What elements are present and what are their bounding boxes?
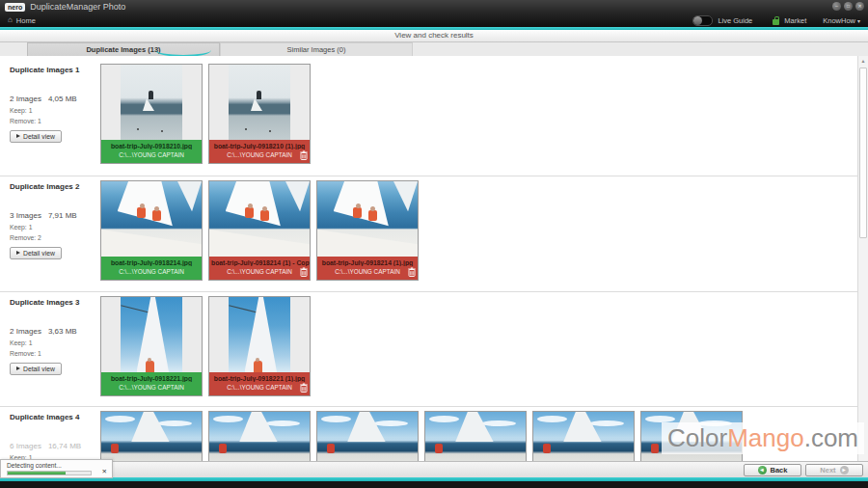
- home-link[interactable]: Home: [16, 16, 36, 25]
- photo-filename: boat-trip-July-0918214 (1).jpg: [317, 259, 418, 266]
- detail-view-label: Detail view: [23, 250, 55, 257]
- thumbnail-label: boat-trip-July-0918221 (1).jpgC:\...\YOU…: [209, 372, 310, 395]
- thumbnail-image: [425, 412, 526, 461]
- thumbnail-image: [317, 412, 418, 461]
- thumbnail-image: [317, 181, 418, 257]
- trash-icon[interactable]: [300, 383, 308, 393]
- thumbnail-image: [101, 65, 202, 140]
- photo-thumbnail[interactable]: [316, 411, 419, 461]
- group-info-panel: Duplicate Images 46 Images16,74 MBKeep: …: [0, 411, 100, 461]
- photo-thumbnail[interactable]: [532, 411, 635, 461]
- detail-view-button[interactable]: Detail view: [10, 363, 62, 375]
- market-link[interactable]: Market: [784, 16, 806, 25]
- group-title: Duplicate Images 4: [10, 413, 100, 421]
- detail-view-label: Detail view: [23, 133, 55, 140]
- detail-view-arrow-icon: [16, 251, 20, 255]
- photo-thumbnail[interactable]: boat-trip-July-0918210.jpgC:\...\YOUNG C…: [100, 64, 203, 164]
- group-info-panel: Duplicate Images 12 Images4,05 MBKeep: 1…: [0, 64, 100, 176]
- group-info-panel: Duplicate Images 23 Images7,91 MBKeep: 1…: [0, 180, 100, 291]
- thumbnail-label: boat-trip-July-0918214.jpgC:\...\YOUNG C…: [101, 257, 202, 280]
- group-size: 3,63 MB: [48, 327, 77, 336]
- minimize-button[interactable]: –: [832, 2, 841, 11]
- photo-thumbnail[interactable]: boat-trip-July-0918210 (1).jpgC:\...\YOU…: [208, 64, 311, 164]
- thumbnail-label: boat-trip-July-0918210 (1).jpgC:\...\YOU…: [209, 140, 310, 163]
- live-guide-toggle[interactable]: [692, 15, 713, 26]
- photo-thumbnail[interactable]: boat-trip-July-0918214 (1).jpgC:\...\YOU…: [316, 180, 419, 281]
- scrollbar-thumb[interactable]: [859, 68, 867, 238]
- photo-thumbnail[interactable]: boat-trip-July-0918214.jpgC:\...\YOUNG C…: [100, 180, 203, 281]
- close-button[interactable]: ✕: [855, 2, 864, 11]
- tab-bar: Duplicate Images (13) Similar Images (0): [0, 42, 868, 56]
- trash-icon[interactable]: [300, 150, 308, 160]
- progress-fill: [8, 472, 66, 474]
- market-icon: [773, 19, 779, 25]
- photo-path: C:\...\YOUNG CAPTAIN: [101, 268, 202, 275]
- photo-thumbnail[interactable]: [424, 411, 527, 461]
- photo-filename: boat-trip-July-0918221 (1).jpg: [209, 375, 310, 382]
- photo-thumbnail[interactable]: boat-trip-July-0918214 (1) - Copy.jpgC:\…: [208, 180, 311, 281]
- group-remove-count: Remove: 1: [10, 350, 100, 357]
- thumbnail-image: [209, 412, 310, 461]
- tab-similar-images[interactable]: Similar Images (0): [220, 42, 413, 56]
- scroll-up-arrow[interactable]: ▲: [858, 56, 868, 67]
- scrollbar[interactable]: ▲: [857, 56, 868, 461]
- window-controls: – □ ✕: [832, 2, 864, 11]
- close-progress-button[interactable]: ✕: [102, 469, 107, 475]
- photo-filename: boat-trip-July-0918214 (1) - Copy.jpg: [209, 259, 310, 266]
- results-area: Duplicate Images 12 Images4,05 MBKeep: 1…: [0, 56, 868, 461]
- photo-filename: boat-trip-July-0918210 (1).jpg: [209, 143, 310, 149]
- app-title: DuplicateManager Photo: [30, 2, 125, 12]
- photo-filename: boat-trip-July-0918214.jpg: [101, 259, 202, 266]
- thumbnail-label: boat-trip-July-0918210.jpgC:\...\YOUNG C…: [101, 140, 202, 163]
- group-keep-count: Keep: 1: [10, 339, 100, 346]
- knowhow-menu[interactable]: KnowHow ▾: [823, 16, 860, 25]
- thumbnail-photo: [229, 65, 291, 140]
- thumbnail-photo: [121, 297, 183, 372]
- thumbnail-image: [533, 412, 634, 461]
- results-list: Duplicate Images 12 Images4,05 MBKeep: 1…: [0, 56, 857, 461]
- group-title: Duplicate Images 2: [10, 182, 100, 191]
- photo-thumbnail[interactable]: [100, 411, 203, 461]
- photo-thumbnail[interactable]: boat-trip-July-0918221.jpgC:\...\YOUNG C…: [100, 296, 203, 396]
- bottom-edge: [0, 481, 868, 488]
- app-window: nero DuplicateManager Photo – □ ✕ ⌂ Home…: [0, 0, 868, 488]
- detail-view-button[interactable]: Detail view: [10, 130, 62, 143]
- group-thumbnails: boat-trip-July-0918214.jpgC:\...\YOUNG C…: [100, 180, 857, 291]
- photo-path: C:\...\YOUNG CAPTAIN: [101, 151, 202, 158]
- duplicate-group: Duplicate Images 12 Images4,05 MBKeep: 1…: [0, 56, 857, 176]
- photo-path: C:\...\YOUNG CAPTAIN: [209, 151, 310, 158]
- toggle-knob: [693, 16, 702, 25]
- group-remove-count: Remove: 1: [10, 118, 100, 124]
- nero-logo: nero: [5, 3, 25, 12]
- chevron-down-icon: ▾: [857, 17, 860, 24]
- tab-label: Duplicate Images (13): [86, 45, 160, 54]
- thumbnail-image: [101, 181, 202, 257]
- next-arrow-icon: ▸: [840, 466, 849, 474]
- photo-path: C:\...\YOUNG CAPTAIN: [209, 268, 310, 275]
- group-summary: 2 Images4,05 MB: [10, 95, 100, 103]
- photo-thumbnail[interactable]: boat-trip-July-0918221 (1).jpgC:\...\YOU…: [208, 296, 311, 396]
- live-guide-label: Live Guide: [718, 16, 752, 25]
- group-size: 4,05 MB: [48, 95, 77, 103]
- progress-bar: [7, 471, 92, 475]
- maximize-button[interactable]: □: [844, 2, 853, 11]
- thumbnail-image: [209, 297, 310, 372]
- tab-duplicate-images[interactable]: Duplicate Images (13): [27, 42, 220, 56]
- group-thumbnails: boat-trip-July-0918210.jpgC:\...\YOUNG C…: [100, 64, 857, 176]
- next-label: Next: [820, 466, 835, 474]
- back-label: Back: [771, 466, 788, 474]
- group-image-count: 6 Images: [10, 442, 41, 450]
- trash-icon[interactable]: [408, 267, 416, 277]
- back-button[interactable]: ◂ Back: [744, 464, 801, 476]
- photo-thumbnail[interactable]: [208, 411, 311, 461]
- watermark: ColorMango.com: [662, 422, 864, 454]
- group-keep-count: Keep: 1: [10, 107, 100, 114]
- detail-view-button[interactable]: Detail view: [10, 247, 62, 259]
- footer-bar: ◂ Back Next ▸: [0, 461, 868, 478]
- watermark-text: .com: [804, 423, 858, 452]
- trash-icon[interactable]: [300, 267, 308, 277]
- group-title: Duplicate Images 1: [10, 66, 100, 74]
- next-button[interactable]: Next ▸: [805, 464, 863, 476]
- thumbnail-photo: [121, 65, 183, 140]
- tab-label: Similar Images (0): [287, 45, 346, 54]
